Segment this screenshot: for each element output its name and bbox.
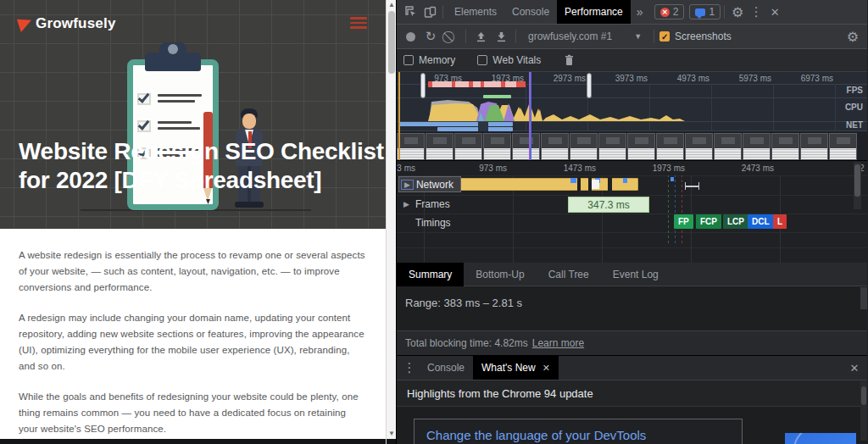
summary-range: Range: 383 ms – 2.81 s: [397, 286, 867, 330]
article-paragraph: A website redesign is essentially the pr…: [19, 247, 367, 296]
timeline-tracks[interactable]: 3 ms973 ms1473 ms1973 ms2473 ms2: [397, 161, 867, 263]
close-devtools-icon[interactable]: ✕: [765, 3, 784, 21]
web-vitals-checkbox[interactable]: [477, 55, 487, 65]
drawer-tab-console[interactable]: Console: [419, 356, 473, 380]
details-tab-call-tree[interactable]: Call Tree: [537, 263, 601, 286]
summary-scrollbar[interactable]: [860, 287, 867, 309]
error-badge[interactable]: ✕ 2: [654, 4, 685, 19]
details-tab-bottom-up[interactable]: Bottom-Up: [464, 263, 536, 286]
screenshot-thumbnail[interactable]: [743, 133, 771, 160]
more-options-icon[interactable]: ⋮: [747, 3, 765, 21]
screenshot-thumbnail[interactable]: [512, 133, 540, 160]
download-profile-icon[interactable]: [492, 27, 510, 46]
card-thumbnail-image[interactable]: [785, 433, 856, 444]
upload-profile-icon[interactable]: [471, 27, 490, 46]
hero-banner: Growfusely Website Redesign SEO Checklis…: [0, 0, 386, 229]
screenshot-thumbnail[interactable]: [714, 133, 742, 160]
timing-badge-fp[interactable]: FP: [674, 214, 693, 229]
playhead-marker-2: [531, 72, 531, 160]
timing-badge-fcp[interactable]: FCP: [696, 214, 721, 229]
detail-tick: 1473 ms: [545, 164, 596, 173]
screenshot-thumbnail[interactable]: [598, 133, 626, 160]
separator: [724, 5, 725, 19]
timing-badge-l[interactable]: L: [773, 214, 787, 229]
record-icon[interactable]: [406, 32, 415, 42]
details-tab-summary[interactable]: Summary: [397, 263, 464, 286]
performance-toolbar: ↻ ⃠ growfusely.com #1 ▼ ✓ Screenshots ⚙: [397, 25, 867, 49]
screenshot-thumbnail[interactable]: [656, 133, 684, 160]
overview-tick: 4973 ms: [659, 74, 709, 83]
drawer-scrollbar[interactable]: [860, 381, 867, 441]
clear-icon[interactable]: ⃠: [442, 27, 460, 46]
tracks-scrollbar[interactable]: [854, 162, 861, 209]
timeline-overview[interactable]: 973 ms1973 ms2973 ms3973 ms4973 ms5973 m…: [397, 72, 867, 161]
screenshot-thumbnail[interactable]: [397, 133, 425, 160]
net-notch: [478, 122, 488, 131]
frame-duration-box[interactable]: 347.3 ms: [568, 197, 649, 213]
settings-icon[interactable]: ⚙: [728, 3, 747, 21]
site-header: Growfusely: [0, 12, 386, 41]
drawer-menu-icon[interactable]: ⋮: [400, 358, 419, 377]
screenshot-thumbnail[interactable]: [771, 133, 799, 160]
screenshot-thumbnail[interactable]: [627, 133, 655, 160]
screenshot-thumbnail[interactable]: [426, 133, 453, 160]
tab-performance[interactable]: Performance: [557, 0, 631, 24]
screenshot-thumbnail[interactable]: [570, 133, 598, 160]
reload-icon[interactable]: ↻: [421, 27, 440, 46]
overview-tick: 2973 ms: [535, 74, 586, 83]
separator: [515, 30, 516, 43]
disclosure-triangle-icon[interactable]: ▶: [401, 180, 414, 190]
article-body: A website redesign is essentially the pr…: [0, 229, 386, 444]
site-logo[interactable]: Growfusely: [19, 15, 116, 32]
timing-badge-dcl[interactable]: DCL: [748, 214, 774, 229]
timing-badge-lcp[interactable]: LCP: [723, 214, 748, 229]
screenshots-checkbox[interactable]: ✓: [659, 31, 670, 42]
disclosure-triangle-icon[interactable]: ▶: [403, 200, 409, 208]
screenshot-thumbnail[interactable]: [483, 133, 511, 160]
screen: Growfusely Website Redesign SEO Checklis…: [0, 0, 868, 444]
recording-start-marker: [398, 72, 400, 160]
network-request-dot: [670, 177, 674, 181]
drawer-tab-whats-new[interactable]: What's New ✕: [473, 356, 559, 380]
detail-tick: 2473 ms: [723, 164, 774, 173]
screenshot-thumbnail[interactable]: [685, 133, 713, 160]
detail-tick: 3 ms: [397, 164, 415, 173]
network-request-whisker: [685, 182, 699, 190]
tbt-text: Total blocking time: 4.82ms: [405, 337, 528, 349]
tab-console[interactable]: Console: [504, 0, 557, 24]
target-label: growfusely.com #1: [528, 31, 612, 42]
card-title-link[interactable]: Change the language of your DevTools: [426, 428, 730, 442]
close-drawer-icon[interactable]: ✕: [845, 358, 864, 377]
highlights-header: Highlights from the Chrome 94 update: [397, 380, 867, 407]
screenshot-thumbnail[interactable]: [829, 133, 857, 160]
issues-badge[interactable]: 1: [689, 4, 721, 19]
page-scrollbar[interactable]: ▲ ▼: [386, 0, 396, 444]
details-tab-event-log[interactable]: Event Log: [601, 263, 670, 286]
memory-checkbox[interactable]: [403, 55, 414, 65]
close-tab-icon[interactable]: ✕: [542, 356, 550, 380]
more-tabs-icon[interactable]: »: [631, 3, 649, 21]
capture-settings-icon[interactable]: ⚙: [843, 27, 862, 46]
tbt-learn-more-link[interactable]: Learn more: [532, 337, 584, 349]
inspect-icon[interactable]: [402, 3, 420, 21]
range-handle-left[interactable]: [420, 73, 426, 98]
fps-label: FPS: [829, 86, 863, 95]
network-track-header[interactable]: ▶ Network: [398, 176, 461, 192]
range-text: Range: 383 ms – 2.81 s: [405, 297, 522, 309]
whats-new-content: Change the language of your DevTools Chr…: [397, 407, 867, 444]
hamburger-menu-icon[interactable]: [350, 17, 367, 29]
scrollbar-thumb[interactable]: [388, 11, 395, 74]
tab-elements[interactable]: Elements: [447, 0, 504, 24]
network-track-label: Network: [416, 179, 453, 191]
device-toolbar-icon[interactable]: [420, 3, 439, 21]
target-selector[interactable]: growfusely.com #1 ▼: [521, 31, 648, 42]
trash-icon[interactable]: [559, 51, 578, 69]
screenshot-thumbnail[interactable]: [541, 133, 569, 160]
detail-tick: 1973 ms: [634, 164, 685, 173]
drawer-tabbar: ⋮ Console What's New ✕ ✕: [397, 356, 867, 380]
screenshot-thumbnail[interactable]: [800, 133, 828, 160]
overview-tick: 3973 ms: [597, 74, 648, 83]
range-handle-right[interactable]: [587, 73, 592, 98]
screenshot-thumbnail[interactable]: [454, 133, 482, 160]
logo-text: Growfusely: [36, 15, 116, 32]
